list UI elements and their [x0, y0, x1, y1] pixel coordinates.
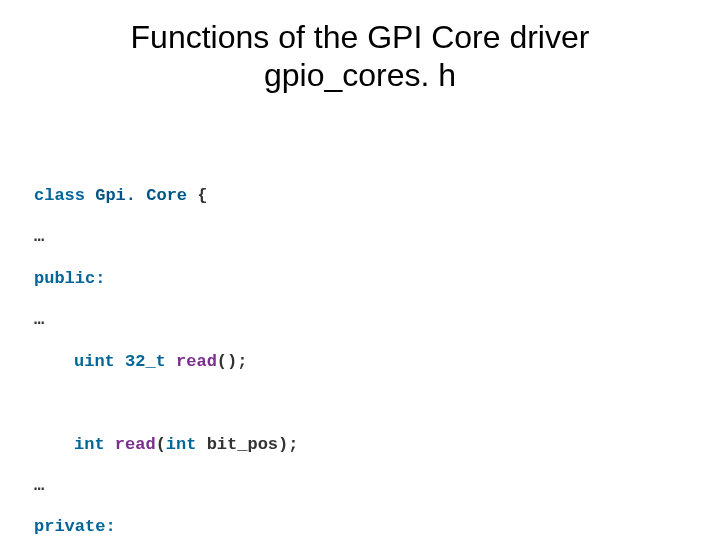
- paren-open: (: [156, 435, 166, 454]
- class-name: Gpi. Core: [95, 186, 187, 205]
- slide-title: Functions of the GPI Core driver gpio_co…: [0, 0, 720, 95]
- return-type: int: [74, 435, 105, 454]
- keyword-class: class: [34, 186, 85, 205]
- code-line-ellipsis: …: [34, 476, 298, 497]
- open-brace: {: [187, 186, 207, 205]
- function-name: read: [166, 352, 217, 371]
- title-line-2: gpio_cores. h: [0, 56, 720, 94]
- arg-name: bit_pos: [196, 435, 278, 454]
- function-name: read: [105, 435, 156, 454]
- fn1-sig: ();: [217, 352, 248, 371]
- slide: Functions of the GPI Core driver gpio_co…: [0, 0, 720, 540]
- code-block: class Gpi. Core { … public: … uint 32_t …: [34, 165, 298, 540]
- title-line-1: Functions of the GPI Core driver: [0, 18, 720, 56]
- arg-type: int: [166, 435, 197, 454]
- code-blank-line: [34, 393, 298, 414]
- code-line-fn2: int read(int bit_pos);: [34, 435, 298, 456]
- code-line-class: class Gpi. Core {: [34, 186, 298, 207]
- code-line-private: private:: [34, 517, 298, 538]
- code-line-ellipsis: …: [34, 310, 298, 331]
- code-line-ellipsis: …: [34, 227, 298, 248]
- return-type: uint 32_t: [74, 352, 166, 371]
- paren-close: );: [278, 435, 298, 454]
- code-line-fn1: uint 32_t read();: [34, 352, 298, 373]
- code-line-public: public:: [34, 269, 298, 290]
